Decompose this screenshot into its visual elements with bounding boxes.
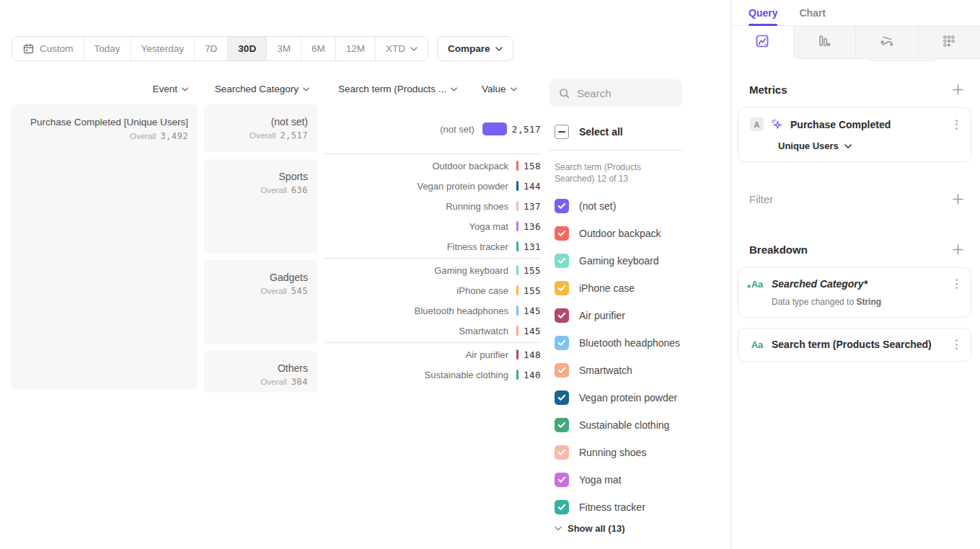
date-range-30d[interactable]: 30D bbox=[228, 37, 267, 61]
date-range-6m[interactable]: 6M bbox=[301, 37, 336, 61]
term-row[interactable]: Fitness tracker131 bbox=[325, 236, 541, 256]
term-row[interactable]: Gaming keyboard155 bbox=[325, 260, 541, 280]
term-row[interactable]: Smartwatch145 bbox=[325, 321, 541, 341]
flows-tab[interactable] bbox=[855, 26, 918, 59]
check-icon bbox=[557, 476, 566, 483]
metrics-section-header: Metrics bbox=[749, 81, 966, 97]
term-row[interactable]: Running shoes137 bbox=[325, 196, 541, 216]
segment-checkbox[interactable] bbox=[555, 199, 569, 213]
segment-item[interactable]: Yoga mat bbox=[549, 466, 730, 494]
segment-checkbox[interactable] bbox=[555, 445, 569, 460]
tab-chart[interactable]: Chart bbox=[799, 0, 826, 25]
term-row[interactable]: Sustainable clothing140 bbox=[325, 365, 541, 385]
select-all-row[interactable]: Select all bbox=[549, 125, 730, 139]
event-cell[interactable]: Purchase Completed [Unique Users] Overal… bbox=[11, 104, 198, 390]
plus-icon bbox=[953, 84, 963, 95]
segment-item[interactable]: Air purifier bbox=[549, 302, 730, 329]
query-panel-tabs: Query Chart bbox=[731, 0, 980, 26]
search-input[interactable] bbox=[577, 87, 663, 99]
segment-checkbox[interactable] bbox=[555, 336, 569, 350]
segment-checkbox[interactable] bbox=[555, 254, 569, 268]
date-range-7d[interactable]: 7D bbox=[195, 37, 228, 61]
event-column: Purchase Completed [Unique Users] Overal… bbox=[11, 104, 198, 390]
term-label: Sustainable clothing bbox=[325, 370, 508, 380]
segment-item[interactable]: Running shoes bbox=[549, 439, 730, 466]
compare-button[interactable]: Compare bbox=[437, 36, 514, 61]
breakdown-card-search-term[interactable]: Aa Search term (Products Searched) bbox=[738, 328, 971, 362]
check-icon bbox=[557, 504, 566, 511]
retention-icon bbox=[942, 34, 956, 51]
breakdown-options-button[interactable] bbox=[953, 338, 961, 351]
add-metric-button[interactable] bbox=[950, 81, 966, 97]
value-bar bbox=[516, 221, 518, 231]
select-all-checkbox[interactable] bbox=[555, 125, 569, 139]
check-icon bbox=[557, 449, 566, 456]
segment-item[interactable]: Outdoor backpack bbox=[549, 220, 730, 247]
column-header-event[interactable]: Event bbox=[11, 84, 188, 94]
term-row[interactable]: Air purifier148 bbox=[325, 344, 541, 365]
category-cell[interactable]: GadgetsOverall545 bbox=[204, 260, 318, 344]
term-row[interactable]: (not set)2,517 bbox=[325, 106, 541, 152]
segment-meta: Search term (Products Searched) 12 of 13 bbox=[549, 161, 679, 184]
term-row[interactable]: iPhone case155 bbox=[325, 280, 541, 300]
retention-tab[interactable] bbox=[918, 26, 980, 59]
category-cell[interactable]: SportsOverall636 bbox=[204, 159, 318, 253]
segment-checkbox[interactable] bbox=[555, 363, 569, 378]
segment-checkbox[interactable] bbox=[555, 418, 569, 432]
insights-tab[interactable] bbox=[731, 26, 794, 59]
segment-item[interactable]: Sustainable clothing bbox=[549, 411, 730, 439]
term-label: Smartwatch bbox=[325, 326, 508, 336]
column-header-search-term[interactable]: Search term (Products ... bbox=[322, 84, 457, 94]
term-row[interactable]: Outdoor backpack158 bbox=[325, 156, 541, 176]
segment-item[interactable]: Vegan protein powder bbox=[549, 384, 730, 411]
segment-checkbox[interactable] bbox=[555, 281, 569, 295]
show-all-label: Show all (13) bbox=[568, 523, 624, 534]
term-group: Air purifier148Sustainable clothing140 bbox=[325, 343, 541, 386]
segment-checkbox[interactable] bbox=[555, 473, 569, 487]
date-range-yesterday[interactable]: Yesterday bbox=[131, 37, 195, 61]
breakdown-card-searched-category[interactable]: Aa* Searched Category* Data type changed… bbox=[738, 267, 971, 318]
date-range-xtd[interactable]: XTD bbox=[376, 37, 428, 61]
calendar-icon bbox=[22, 43, 35, 55]
date-range-custom[interactable]: Custom bbox=[12, 37, 84, 61]
measure-selector[interactable]: Unique Users bbox=[778, 140, 961, 151]
segment-item[interactable]: Fitness tracker bbox=[549, 494, 730, 521]
term-label: Gaming keyboard bbox=[325, 265, 508, 276]
term-row[interactable]: Vegan protein powder144 bbox=[325, 176, 541, 196]
funnels-tab[interactable] bbox=[794, 26, 856, 59]
segment-checkbox[interactable] bbox=[555, 390, 569, 405]
term-row[interactable]: Bluetooth headphones145 bbox=[325, 300, 541, 321]
term-group: Gaming keyboard155iPhone case155Bluetoot… bbox=[325, 259, 541, 343]
date-range-3m[interactable]: 3M bbox=[267, 37, 301, 61]
segment-checkbox[interactable] bbox=[555, 226, 569, 241]
value-bar bbox=[516, 305, 518, 316]
segment-checkbox[interactable] bbox=[555, 308, 569, 323]
breakdown-options-button[interactable] bbox=[953, 277, 961, 290]
segment-label: Running shoes bbox=[579, 447, 646, 458]
show-all-button[interactable]: Show all (13) bbox=[549, 523, 730, 534]
add-filter-button[interactable] bbox=[950, 191, 966, 207]
tab-query[interactable]: Query bbox=[749, 0, 777, 25]
term-row[interactable]: Yoga mat136 bbox=[325, 216, 541, 236]
check-icon bbox=[557, 339, 566, 347]
chevron-down-icon bbox=[303, 87, 309, 92]
segment-checkbox[interactable] bbox=[555, 500, 569, 514]
app-root: CustomTodayYesterday7D30D3M6M12MXTD Comp… bbox=[0, 0, 980, 549]
segment-item[interactable]: Smartwatch bbox=[549, 357, 730, 384]
column-header-value[interactable]: Value bbox=[482, 84, 517, 94]
add-breakdown-button[interactable] bbox=[950, 241, 966, 257]
segment-item[interactable]: Bluetooth headphones bbox=[549, 329, 730, 357]
segment-item[interactable]: (not set) bbox=[549, 192, 730, 220]
date-range-today[interactable]: Today bbox=[84, 37, 131, 61]
chevron-down-icon bbox=[844, 144, 852, 148]
category-cell[interactable]: (not set)Overall2,517 bbox=[204, 104, 318, 152]
segment-item[interactable]: Gaming keyboard bbox=[549, 247, 730, 274]
category-cell[interactable]: OthersOverall384 bbox=[204, 351, 318, 393]
segment-item[interactable]: iPhone case bbox=[549, 274, 730, 302]
date-range-12m[interactable]: 12M bbox=[336, 37, 376, 61]
column-header-searched-category[interactable]: Searched Category bbox=[204, 84, 309, 94]
metric-card[interactable]: A Purchase Completed Unique Users bbox=[738, 107, 971, 162]
segment-search[interactable] bbox=[549, 79, 682, 107]
metric-options-button[interactable] bbox=[953, 118, 961, 131]
metric-event-name: Purchase Completed bbox=[790, 119, 945, 130]
